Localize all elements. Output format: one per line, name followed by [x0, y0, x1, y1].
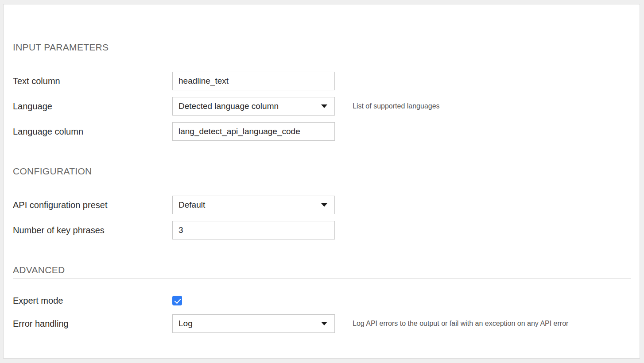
settings-panel: INPUT PARAMETERS Text column Language De… — [3, 4, 640, 359]
chevron-down-icon — [321, 104, 327, 108]
api-configuration-preset-select[interactable]: Default — [172, 196, 335, 214]
section-advanced: ADVANCED Expert mode Error handling Log … — [13, 265, 631, 333]
language-help-text: List of supported languages — [353, 102, 440, 110]
section-input-parameters: INPUT PARAMETERS Text column Language De… — [13, 42, 631, 141]
language-select[interactable]: Detected language column — [172, 97, 335, 116]
number-of-key-phrases-label: Number of key phrases — [13, 225, 172, 236]
error-handling-select[interactable]: Log — [172, 314, 335, 333]
section-title-input-parameters: INPUT PARAMETERS — [13, 42, 631, 56]
api-configuration-preset-value: Default — [178, 200, 205, 210]
number-of-key-phrases-input[interactable] — [172, 221, 335, 239]
section-configuration: CONFIGURATION API configuration preset D… — [13, 166, 631, 239]
expert-mode-checkbox[interactable] — [172, 296, 182, 305]
chevron-down-icon — [321, 322, 327, 325]
language-column-label: Language column — [13, 127, 172, 137]
row-text-column: Text column — [13, 72, 631, 90]
language-select-value: Detected language column — [178, 101, 279, 111]
row-language-column: Language column — [13, 122, 631, 141]
row-api-configuration-preset: API configuration preset Default — [13, 196, 631, 214]
section-title-configuration: CONFIGURATION — [13, 166, 631, 180]
expert-mode-label: Expert mode — [13, 296, 172, 306]
error-handling-select-value: Log — [178, 319, 193, 328]
row-error-handling: Error handling Log Log API errors to the… — [13, 314, 631, 333]
row-number-of-key-phrases: Number of key phrases — [13, 221, 631, 239]
row-expert-mode: Expert mode — [13, 294, 631, 307]
text-column-label: Text column — [13, 76, 172, 86]
section-title-advanced: ADVANCED — [13, 265, 631, 279]
error-handling-label: Error handling — [13, 319, 172, 329]
text-column-input[interactable] — [172, 72, 335, 90]
language-label: Language — [13, 101, 172, 112]
chevron-down-icon — [321, 203, 327, 207]
api-configuration-preset-label: API configuration preset — [13, 200, 172, 210]
language-column-input[interactable] — [172, 122, 335, 141]
error-handling-help-text: Log API errors to the output or fail wit… — [353, 320, 568, 328]
row-language: Language Detected language column List o… — [13, 97, 631, 116]
